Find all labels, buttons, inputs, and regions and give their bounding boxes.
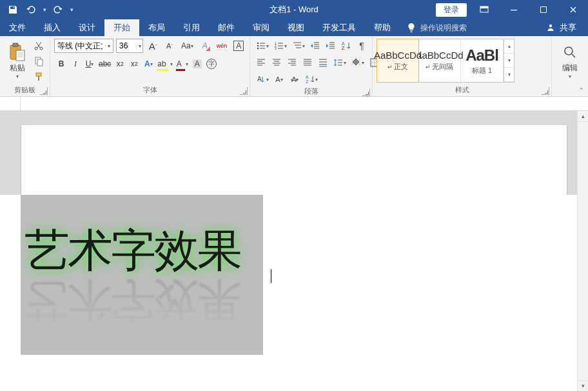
- clipboard-launcher[interactable]: [40, 87, 48, 95]
- redo-button[interactable]: [49, 1, 67, 19]
- align-center-button[interactable]: [270, 55, 284, 70]
- tab-mailings[interactable]: 邮件: [209, 19, 244, 36]
- italic-button[interactable]: I: [68, 57, 83, 71]
- login-button[interactable]: 登录: [436, 3, 467, 17]
- document-area[interactable]: 艺术字效果 艺术字效果 ▴ ▾: [0, 111, 588, 391]
- horizontal-ruler[interactable]: [21, 97, 588, 110]
- chevron-down-icon[interactable]: ▾: [105, 43, 113, 49]
- collapse-ribbon[interactable]: ⌃: [552, 86, 588, 96]
- tab-references[interactable]: 引用: [174, 19, 209, 36]
- shading-button[interactable]: ▾: [349, 55, 366, 70]
- change-case-button[interactable]: Aa▾: [179, 39, 195, 53]
- align-right-button[interactable]: [285, 55, 299, 70]
- highlight-button[interactable]: ab▾: [155, 57, 174, 71]
- bold-button[interactable]: B: [54, 57, 68, 71]
- tab-layout[interactable]: 布局: [139, 19, 174, 36]
- bullets-button[interactable]: ▾: [254, 39, 271, 53]
- text-effects-button[interactable]: A▾: [141, 57, 155, 71]
- strikethrough-button[interactable]: abc: [97, 57, 113, 71]
- asian-layout-button[interactable]: A▾: [272, 72, 286, 86]
- character-shading-button[interactable]: A: [190, 57, 204, 71]
- svg-rect-1: [480, 6, 488, 8]
- tab-file[interactable]: 文件: [0, 19, 35, 36]
- line-spacing-button[interactable]: ▾: [331, 55, 348, 70]
- decrease-indent-button[interactable]: [308, 39, 322, 53]
- maximize-button[interactable]: [529, 0, 558, 19]
- char-scaling-button[interactable]: ‹A›▾: [288, 72, 302, 86]
- close-icon: [568, 5, 578, 15]
- quick-access-toolbar: ▾ ▾: [0, 1, 76, 19]
- character-border-button[interactable]: A: [231, 39, 246, 53]
- numbering-button[interactable]: 123▾: [272, 39, 289, 53]
- increase-indent-button[interactable]: [324, 39, 338, 53]
- svg-point-8: [35, 47, 37, 50]
- sort-button[interactable]: AZ: [339, 39, 353, 53]
- underline-button[interactable]: U▾: [83, 57, 97, 71]
- paragraph-launcher[interactable]: [362, 88, 370, 96]
- gallery-expand[interactable]: ▾: [504, 68, 514, 82]
- font-size-input[interactable]: [117, 41, 136, 50]
- svg-rect-2: [511, 10, 517, 10]
- scroll-down-button[interactable]: ▾: [578, 380, 588, 391]
- tab-design[interactable]: 设计: [70, 19, 104, 36]
- font-name-input[interactable]: [55, 41, 105, 50]
- tab-home[interactable]: 开始: [104, 19, 139, 36]
- wordart-object[interactable]: 艺术字效果 艺术字效果: [21, 195, 263, 355]
- paste-button[interactable]: 粘贴 ▾: [4, 39, 30, 85]
- ribbon-display-options[interactable]: [469, 0, 499, 19]
- align-left-button[interactable]: [254, 55, 268, 70]
- superscript-button[interactable]: x2: [127, 57, 141, 71]
- vertical-scrollbar[interactable]: ▴ ▾: [577, 111, 588, 391]
- text-direction-button[interactable]: A▾: [254, 72, 271, 86]
- tell-me-box[interactable]: [400, 19, 485, 36]
- grow-font-button[interactable]: Aˆ: [146, 39, 160, 53]
- style-no-spacing[interactable]: AaBbCcDd ↵无间隔: [418, 39, 461, 82]
- chevron-down-icon[interactable]: ▾: [136, 43, 142, 49]
- style-heading-1[interactable]: AaBl 标题 1: [461, 39, 504, 82]
- tab-help[interactable]: 帮助: [365, 19, 400, 36]
- phonetic-guide-button[interactable]: wén: [215, 39, 230, 53]
- enclose-characters-button[interactable]: 字: [204, 57, 219, 71]
- paste-icon: [7, 42, 28, 63]
- sort-button-2[interactable]: AZ▾: [303, 72, 320, 86]
- close-button[interactable]: [558, 0, 588, 19]
- clear-formatting-button[interactable]: A◢: [198, 39, 212, 53]
- undo-dropdown[interactable]: ▾: [40, 6, 49, 13]
- multilevel-list-button[interactable]: ▾: [290, 39, 307, 53]
- gallery-scroll-up[interactable]: ▴: [504, 39, 514, 54]
- undo-button[interactable]: [22, 1, 40, 19]
- tell-me-input[interactable]: [420, 23, 478, 32]
- format-painter-button[interactable]: [32, 70, 46, 84]
- svg-rect-12: [36, 73, 41, 76]
- styles-launcher[interactable]: [542, 87, 549, 95]
- style-normal[interactable]: AaBbCcDd ↵正文: [377, 39, 419, 83]
- group-styles: AaBbCcDd ↵正文 AaBbCcDd ↵无间隔 AaBl 标题 1 ▴ ▾…: [373, 36, 552, 96]
- qat-customize[interactable]: ▾: [67, 6, 76, 13]
- subscript-button[interactable]: x2: [113, 57, 127, 71]
- tab-developer[interactable]: 开发工具: [313, 19, 365, 36]
- editing-button[interactable]: 编辑 ▾: [556, 39, 584, 85]
- save-button[interactable]: [4, 1, 22, 19]
- cut-button[interactable]: [32, 39, 46, 53]
- tab-review[interactable]: 审阅: [244, 19, 279, 36]
- svg-text:A: A: [342, 41, 345, 46]
- minimize-button[interactable]: [499, 0, 529, 19]
- tab-insert[interactable]: 插入: [35, 19, 70, 36]
- gallery-scroll-down[interactable]: ▾: [504, 54, 514, 68]
- justify-button[interactable]: [300, 55, 315, 70]
- share-button[interactable]: 共享: [534, 19, 588, 36]
- show-marks-button[interactable]: ¶: [355, 39, 369, 53]
- svg-point-14: [257, 43, 259, 45]
- shrink-font-button[interactable]: Aˇ: [162, 39, 177, 53]
- font-color-button[interactable]: A▾: [175, 57, 190, 71]
- copy-button[interactable]: [32, 54, 46, 68]
- scroll-up-button[interactable]: ▴: [578, 111, 588, 122]
- group-label-font: 字体: [50, 85, 250, 96]
- align-right-icon: [287, 57, 297, 68]
- tab-view[interactable]: 视图: [279, 19, 313, 36]
- editing-label: 编辑: [562, 63, 578, 74]
- font-size-combo[interactable]: ▾: [116, 39, 143, 53]
- distributed-button[interactable]: [316, 55, 330, 70]
- font-name-combo[interactable]: ▾: [54, 39, 113, 53]
- font-launcher[interactable]: [240, 87, 248, 95]
